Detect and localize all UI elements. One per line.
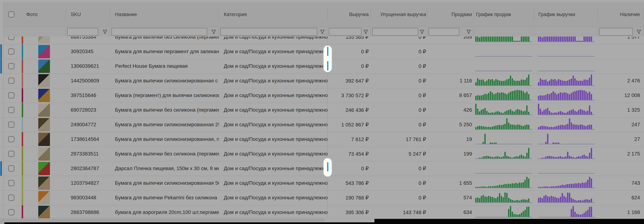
product-name-link[interactable]: Бумага для выпечки без силикона (пергаме…: [110, 37, 219, 44]
horizontal-scrollbar-thumb[interactable]: [324, 219, 374, 222]
product-name-link[interactable]: Бумага для выпечки Pekarrini без силикон…: [110, 191, 219, 205]
product-name-link[interactable]: бумага для аэрогриля 20cm,100 шт.пергаме…: [110, 205, 219, 218]
column-header-sales[interactable]: Продажи: [427, 2, 474, 27]
column-header-category[interactable]: Категория: [219, 2, 328, 27]
lost-filter-input[interactable]: [372, 28, 418, 36]
column-header-name[interactable]: Название: [110, 2, 219, 27]
category-link[interactable]: Дом и сад/Посуда и кухонные принадлежно: [219, 37, 328, 44]
product-name-link[interactable]: Бумага (пергамент) для выпечки силикониз…: [110, 88, 219, 102]
sku-link[interactable]: 2802364787: [66, 161, 110, 176]
sku-link[interactable]: 30920345: [66, 44, 110, 59]
filter-funnel-icon[interactable]: [466, 29, 471, 34]
product-photo[interactable]: [38, 118, 50, 131]
row-checkbox[interactable]: [8, 136, 14, 142]
category-link[interactable]: Дом и сад/Посуда и кухонные принадлежно: [219, 44, 328, 59]
product-photo[interactable]: [38, 74, 50, 87]
product-photo[interactable]: [38, 103, 50, 117]
stock-filter-input[interactable]: [599, 28, 633, 36]
product-photo[interactable]: [38, 60, 50, 73]
product-photo[interactable]: [38, 147, 50, 161]
select-all-checkbox[interactable]: [8, 11, 14, 18]
sales-filter-input[interactable]: [428, 28, 459, 36]
filter-funnel-icon[interactable]: [211, 29, 216, 34]
sparkline-baseline: [475, 71, 532, 71]
product-photo[interactable]: [38, 37, 50, 44]
sku-link[interactable]: 1306039621: [66, 59, 110, 73]
row-checkbox[interactable]: [8, 92, 14, 98]
product-photo[interactable]: [38, 89, 50, 102]
category-link[interactable]: Дом и сад/Посуда и кухонные принадлежно: [219, 103, 328, 117]
sku-link[interactable]: 249004772: [66, 118, 110, 132]
category-link[interactable]: Дом и сад/Посуда и кухонные принадлежно: [219, 132, 328, 146]
sparkline-baseline: [475, 188, 532, 188]
row-photo-cell: [21, 44, 66, 59]
product-photo[interactable]: [38, 191, 50, 204]
revenue-filter-input[interactable]: [329, 28, 361, 36]
product-name-link[interactable]: Бумага для выпечки без силикона (пергаме…: [110, 103, 219, 117]
category-link[interactable]: Дом и сад/Посуда и кухонные принадлежно: [219, 74, 328, 88]
row-checkbox[interactable]: [8, 151, 14, 157]
column-header-revenue[interactable]: Выручка: [328, 2, 371, 27]
row-checkbox[interactable]: [8, 63, 14, 69]
product-photo[interactable]: [38, 176, 50, 190]
product-name-link[interactable]: Бумага для выпечки силиконизированная, п: [110, 132, 219, 146]
filter-funnel-icon[interactable]: [102, 29, 108, 34]
product-name-link[interactable]: Бумага для выпечки без силикона (пергаме…: [110, 147, 219, 161]
category-link[interactable]: Дом и сад/Посуда и кухонные принадлежно: [219, 191, 328, 205]
product-name-link[interactable]: Дарсал Пленка пищевая, 150м x 30 см, 8 м…: [110, 161, 219, 176]
sales-sparkline-cell: [474, 132, 534, 146]
category-link[interactable]: Дом и сад/Посуда и кухонные принадлежно: [219, 176, 328, 190]
category-link[interactable]: Дом и сад/Посуда и кухонные принадлежно: [219, 147, 328, 161]
revenue-sparkline-cell: [534, 88, 598, 102]
sku-link[interactable]: 983003448: [66, 191, 110, 205]
sku-link[interactable]: 1442500609: [66, 74, 110, 88]
filter-funnel-icon[interactable]: [320, 29, 325, 34]
product-photo[interactable]: [38, 45, 50, 58]
category-link[interactable]: Дом и сад/Посуда и кухонные принадлежно: [219, 118, 328, 132]
sku-link[interactable]: 668755384: [66, 37, 110, 44]
sku-filter-input[interactable]: [67, 28, 98, 36]
row-checkbox[interactable]: [8, 209, 14, 215]
row-checkbox[interactable]: [8, 122, 14, 128]
category-filter-input[interactable]: [220, 28, 317, 36]
filter-funnel-icon[interactable]: [636, 29, 642, 34]
filter-funnel-icon[interactable]: [363, 29, 368, 34]
category-link[interactable]: Дом и сад/Посуда и кухонные принадлежно: [219, 161, 328, 176]
sku-link[interactable]: 1203794827: [66, 176, 110, 190]
category-link[interactable]: Дом и сад/Посуда и кухонные принадлежно: [219, 59, 328, 73]
row-checkbox[interactable]: [8, 180, 14, 186]
product-name-link[interactable]: Perfect House Бумага пищевая: [110, 59, 219, 73]
row-checkbox[interactable]: [8, 165, 14, 172]
product-photo[interactable]: [38, 206, 50, 218]
product-name-link[interactable]: Бумага для выпечки силиконизированная 25: [110, 118, 219, 132]
product-name-link[interactable]: Бумага для выпечки силиконизированная с …: [110, 74, 219, 88]
product-photo[interactable]: [38, 133, 50, 146]
sales-sparkline: [475, 132, 532, 146]
row-checkbox[interactable]: [8, 48, 14, 55]
sku-link[interactable]: 2873383511: [66, 147, 110, 161]
product-name-link[interactable]: Бумага для выпечки пергамент для запекан…: [110, 44, 219, 59]
name-filter-input[interactable]: [112, 28, 207, 36]
filter-funnel-icon[interactable]: [420, 29, 424, 34]
category-link[interactable]: Дом и сад/Посуда и кухонные принадлежно: [219, 88, 328, 102]
column-header-photo[interactable]: Фото: [21, 2, 66, 27]
bottom-dark-bar: [374, 219, 644, 224]
revenue-value: 392 647 ₽: [328, 74, 371, 88]
sku-link[interactable]: 690728023: [66, 103, 110, 117]
column-header-stock[interactable]: Наличие: [598, 2, 644, 27]
category-link[interactable]: Дом и сад/Посуда и кухонные принадлежно: [219, 205, 328, 218]
sku-link[interactable]: 2663798686: [66, 205, 110, 218]
filter-cell-chart_revenue: [534, 27, 598, 37]
row-checkbox[interactable]: [8, 37, 14, 40]
column-header-sku[interactable]: SKU: [66, 2, 110, 27]
column-header-chart_sales[interactable]: График продаж: [474, 2, 534, 27]
sku-link[interactable]: 1738614564: [66, 132, 110, 146]
column-header-chart_revenue[interactable]: График выручки: [534, 2, 598, 27]
row-checkbox[interactable]: [8, 107, 14, 113]
row-checkbox[interactable]: [8, 78, 14, 84]
product-name-link[interactable]: Бумага для выпечки силиконизированная 50: [110, 176, 219, 190]
product-photo[interactable]: [38, 162, 50, 175]
sku-link[interactable]: 397515646: [66, 88, 110, 102]
row-checkbox[interactable]: [8, 195, 14, 201]
column-header-lost[interactable]: Упущенная выручка: [371, 2, 427, 27]
